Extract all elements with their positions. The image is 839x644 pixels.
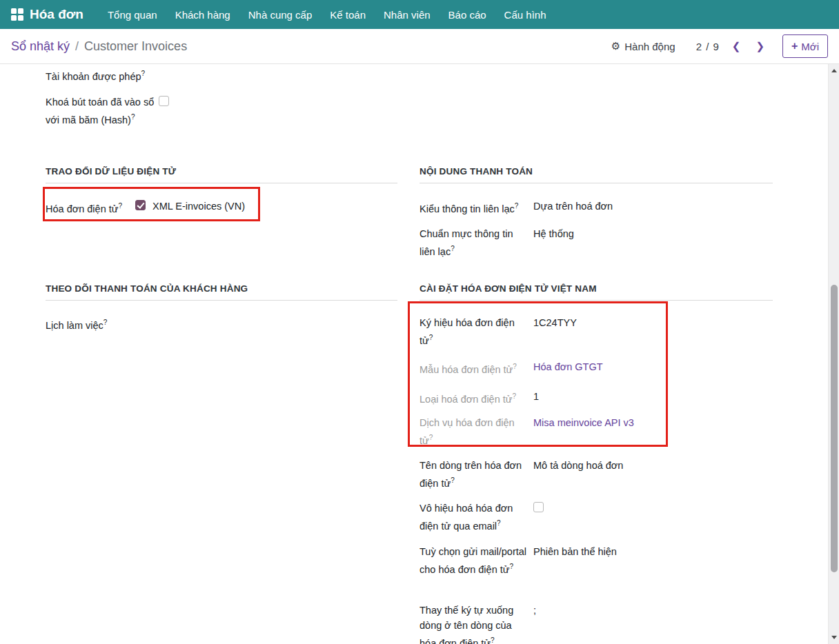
app-switcher[interactable]: Hóa đơn [11, 7, 83, 22]
scrollbar-thumb[interactable] [831, 285, 838, 572]
action-menu-button[interactable]: ⚙ Hành động [611, 40, 675, 52]
nav-item-nha-cung-cap[interactable]: Nhà cung cấp [239, 1, 322, 28]
field-label: Tài khoản được phép? [46, 66, 156, 84]
field-row-schedule: Lịch làm việc? [46, 315, 156, 333]
field-label: Dịch vụ hóa đơn điện tử? [420, 415, 530, 448]
newline-replacement-value[interactable]: ; [533, 603, 536, 618]
control-panel-actions: ⚙ Hành động 2 / 9 ❮ ❯ + Mới [611, 34, 828, 58]
field-row-comm-type: Kiểu thông tin liên lạc? Dựa trên hoá đơ… [420, 199, 530, 217]
scroll-up-arrow-icon[interactable] [829, 66, 839, 77]
pager-counter: 2 / 9 [696, 41, 720, 52]
gear-icon: ⚙ [611, 40, 620, 52]
einvoice-xml-option-label[interactable]: XML E-invoices (VN) [152, 199, 245, 214]
breadcrumb-separator: / [75, 39, 79, 54]
field-row-newline-replacement: Thay thế ký tự xuống dòng ở tên dòng của… [420, 603, 530, 644]
field-row-mail-portal-option: Tuỳ chọn gửi mail/portal cho hóa đơn điệ… [420, 544, 530, 577]
field-label: Tuỳ chọn gửi mail/portal cho hóa đơn điệ… [420, 544, 530, 577]
einvoice-xml-checkbox[interactable] [135, 200, 146, 210]
nav-item-ke-toan[interactable]: Kế toán [321, 1, 375, 28]
disable-email-checkbox[interactable] [533, 502, 544, 512]
comm-type-value[interactable]: Dựa trên hoá đơn [533, 199, 613, 214]
field-label: Tên dòng trên hóa đơn điện tử? [420, 458, 530, 491]
field-label: Vô hiệu hoá hóa đơn điện tử qua email? [420, 501, 530, 534]
comm-standard-value[interactable]: Hệ thống [533, 226, 574, 241]
field-row-line-name: Tên dòng trên hóa đơn điện tử? Mô tả dòn… [420, 458, 530, 491]
new-button-label: Mới [801, 41, 819, 52]
einvoice-type-value[interactable]: 1 [533, 389, 539, 404]
breadcrumb-current: Customer Invoices [84, 39, 187, 54]
field-row-einvoice-type: Loại hoá đơn điện tử? 1 [420, 389, 530, 407]
apps-grid-icon[interactable] [11, 8, 23, 21]
breadcrumb: Sổ nhật ký / Customer Invoices [11, 39, 187, 54]
nav-item-cau-hinh[interactable]: Cấu hình [495, 1, 555, 28]
scroll-down-arrow-icon[interactable] [829, 632, 839, 643]
field-row-einvoice-service: Dịch vụ hóa đơn điện tử? Misa meinvoice … [420, 415, 530, 448]
field-row-einvoice-symbol: Ký hiệu hóa đơn điện tử? 1C24TYY [420, 315, 530, 348]
field-label: Loại hoá đơn điện tử? [420, 389, 530, 407]
einvoice-template-link[interactable]: Hóa đơn GTGT [533, 359, 603, 374]
breadcrumb-parent-link[interactable]: Sổ nhật ký [11, 39, 70, 54]
field-label: Chuẩn mực thông tin liên lạc? [420, 226, 530, 259]
pager-next-button[interactable]: ❯ [753, 37, 767, 55]
field-label: Hóa đơn điện tử? [46, 199, 122, 217]
nav-item-khach-hang[interactable]: Khách hàng [166, 1, 239, 28]
field-row-comm-standard: Chuẩn mực thông tin liên lạc? Hệ thống [420, 226, 530, 259]
field-row-hash-lock: Khoá bút toán đã vào sổ với mã băm (Hash… [46, 94, 156, 128]
nav-item-bao-cao[interactable]: Báo cáo [440, 1, 495, 28]
einvoice-service-link[interactable]: Misa meinvoice API v3 [533, 415, 634, 430]
chevron-right-icon: ❯ [756, 40, 764, 52]
control-panel: Sổ nhật ký / Customer Invoices ⚙ Hành độ… [0, 29, 839, 64]
nav-item-nhan-vien[interactable]: Nhân viên [375, 1, 440, 28]
field-label: Ký hiệu hóa đơn điện tử? [420, 315, 530, 348]
chevron-left-icon: ❮ [732, 40, 741, 52]
field-row-einvoice-template: Mẫu hóa đơn điện tử? Hóa đơn GTGT [420, 359, 530, 377]
field-label: Kiểu thông tin liên lạc? [420, 199, 530, 217]
field-row-allowed-accounts: Tài khoản được phép? [46, 66, 156, 84]
field-label: Khoá bút toán đã vào sổ với mã băm (Hash… [46, 94, 156, 128]
plus-icon: + [791, 40, 798, 52]
new-button[interactable]: + Mới [782, 34, 828, 58]
form-sheet: Tài khoản được phép? Khoá bút toán đã và… [0, 64, 828, 644]
section-title-payment-tracking: THEO DÕI THANH TOÁN CỦA KHÁCH HÀNG [46, 283, 397, 301]
field-label: Thay thế ký tự xuống dòng ở tên dòng của… [420, 603, 530, 644]
line-name-value[interactable]: Mô tả dòng hoá đơn [533, 458, 623, 473]
field-label: Lịch làm việc? [46, 315, 156, 333]
top-nav: Hóa đơn Tổng quan Khách hàng Nhà cung cấ… [0, 0, 839, 29]
mail-portal-option-value[interactable]: Phiên bản thể hiện [533, 544, 617, 559]
field-row-disable-email: Vô hiệu hoá hóa đơn điện tử qua email? [420, 501, 530, 534]
pager-previous-button[interactable]: ❮ [729, 37, 744, 55]
field-label: Mẫu hóa đơn điện tử? [420, 359, 530, 377]
vertical-scrollbar[interactable] [828, 64, 839, 644]
field-row-einvoice: Hóa đơn điện tử? XML E-invoices (VN) [46, 199, 122, 217]
section-title-payment-communication: NỘI DUNG THANH TOÁN [420, 166, 773, 183]
einvoice-symbol-value[interactable]: 1C24TYY [533, 315, 577, 330]
app-name[interactable]: Hóa đơn [30, 7, 83, 22]
nav-item-tong-quan[interactable]: Tổng quan [99, 1, 166, 28]
action-menu-label: Hành động [624, 41, 675, 52]
section-title-edi: TRAO ĐỔI DỮ LIỆU ĐIỆN TỬ [46, 166, 397, 183]
hash-lock-checkbox[interactable] [159, 96, 169, 106]
section-title-vn-einvoice: CÀI ĐẶT HÓA ĐƠN ĐIỆN TỬ VIỆT NAM [420, 283, 773, 301]
